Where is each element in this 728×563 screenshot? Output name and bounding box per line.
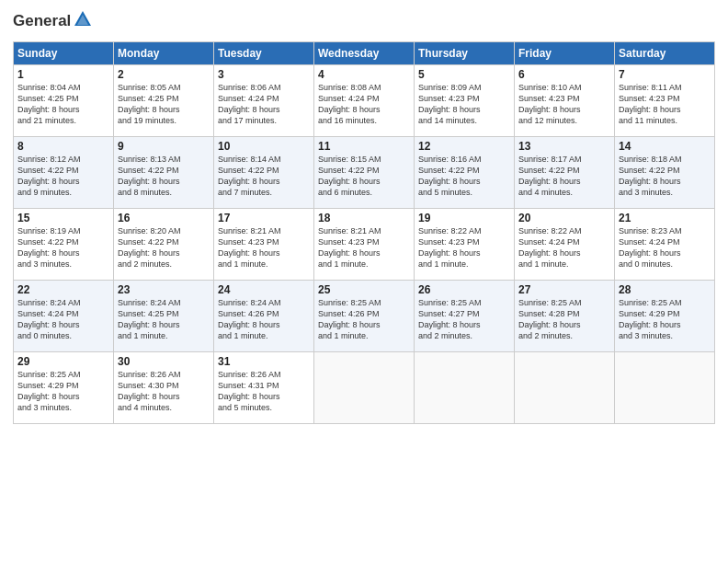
- calendar-cell: 20Sunrise: 8:22 AM Sunset: 4:24 PM Dayli…: [515, 208, 615, 280]
- calendar-cell: 26Sunrise: 8:25 AM Sunset: 4:27 PM Dayli…: [415, 280, 515, 351]
- day-info: Sunrise: 8:16 AM Sunset: 4:22 PM Dayligh…: [418, 154, 510, 199]
- calendar-cell: 14Sunrise: 8:18 AM Sunset: 4:22 PM Dayli…: [615, 136, 715, 208]
- calendar-cell: 17Sunrise: 8:21 AM Sunset: 4:23 PM Dayli…: [214, 208, 314, 280]
- weekday-header-saturday: Saturday: [615, 41, 715, 64]
- day-number: 18: [318, 212, 410, 224]
- day-info: Sunrise: 8:23 AM Sunset: 4:24 PM Dayligh…: [619, 225, 711, 270]
- day-number: 4: [318, 68, 410, 81]
- calendar-cell: 27Sunrise: 8:25 AM Sunset: 4:28 PM Dayli…: [515, 280, 615, 351]
- week-row-3: 15Sunrise: 8:19 AM Sunset: 4:22 PM Dayli…: [14, 208, 715, 280]
- calendar-cell: 13Sunrise: 8:17 AM Sunset: 4:22 PM Dayli…: [515, 136, 615, 208]
- calendar-cell: 3Sunrise: 8:06 AM Sunset: 4:24 PM Daylig…: [214, 64, 314, 136]
- calendar-cell: 28Sunrise: 8:25 AM Sunset: 4:29 PM Dayli…: [615, 280, 715, 351]
- week-row-2: 8Sunrise: 8:12 AM Sunset: 4:22 PM Daylig…: [14, 136, 715, 208]
- calendar-cell: 21Sunrise: 8:23 AM Sunset: 4:24 PM Dayli…: [615, 208, 715, 280]
- calendar-cell: 19Sunrise: 8:22 AM Sunset: 4:23 PM Dayli…: [415, 208, 515, 280]
- day-info: Sunrise: 8:22 AM Sunset: 4:23 PM Dayligh…: [418, 225, 510, 270]
- calendar-cell: 10Sunrise: 8:14 AM Sunset: 4:22 PM Dayli…: [214, 136, 314, 208]
- calendar-cell: 9Sunrise: 8:13 AM Sunset: 4:22 PM Daylig…: [114, 136, 214, 208]
- day-number: 24: [218, 283, 310, 296]
- day-number: 11: [318, 140, 410, 153]
- calendar-cell: 15Sunrise: 8:19 AM Sunset: 4:22 PM Dayli…: [14, 208, 114, 280]
- day-number: 6: [518, 68, 610, 81]
- day-info: Sunrise: 8:26 AM Sunset: 4:31 PM Dayligh…: [218, 369, 310, 414]
- week-row-4: 22Sunrise: 8:24 AM Sunset: 4:24 PM Dayli…: [14, 280, 715, 351]
- day-number: 1: [17, 68, 109, 81]
- day-info: Sunrise: 8:10 AM Sunset: 4:23 PM Dayligh…: [518, 82, 610, 127]
- weekday-header-sunday: Sunday: [14, 41, 114, 64]
- weekday-header-monday: Monday: [114, 41, 214, 64]
- calendar-cell: 30Sunrise: 8:26 AM Sunset: 4:30 PM Dayli…: [114, 351, 214, 423]
- calendar-cell: 2Sunrise: 8:05 AM Sunset: 4:25 PM Daylig…: [114, 64, 214, 136]
- day-number: 19: [418, 212, 510, 224]
- day-info: Sunrise: 8:26 AM Sunset: 4:30 PM Dayligh…: [118, 369, 210, 414]
- day-info: Sunrise: 8:25 AM Sunset: 4:26 PM Dayligh…: [318, 297, 410, 342]
- day-info: Sunrise: 8:11 AM Sunset: 4:23 PM Dayligh…: [619, 82, 711, 127]
- day-number: 29: [17, 355, 109, 368]
- week-row-5: 29Sunrise: 8:25 AM Sunset: 4:29 PM Dayli…: [14, 351, 715, 423]
- day-number: 14: [619, 140, 711, 153]
- calendar-cell: [415, 351, 515, 423]
- day-info: Sunrise: 8:09 AM Sunset: 4:23 PM Dayligh…: [418, 82, 510, 127]
- calendar-cell: [615, 351, 715, 423]
- day-number: 21: [619, 212, 711, 224]
- weekday-header-wednesday: Wednesday: [314, 41, 415, 64]
- calendar-cell: 29Sunrise: 8:25 AM Sunset: 4:29 PM Dayli…: [14, 351, 114, 423]
- calendar-cell: 11Sunrise: 8:15 AM Sunset: 4:22 PM Dayli…: [314, 136, 415, 208]
- calendar-cell: 24Sunrise: 8:24 AM Sunset: 4:26 PM Dayli…: [214, 280, 314, 351]
- day-info: Sunrise: 8:13 AM Sunset: 4:22 PM Dayligh…: [118, 154, 210, 199]
- day-number: 16: [118, 212, 210, 224]
- calendar-cell: 4Sunrise: 8:08 AM Sunset: 4:24 PM Daylig…: [314, 64, 415, 136]
- day-number: 20: [518, 212, 610, 224]
- day-info: Sunrise: 8:25 AM Sunset: 4:27 PM Dayligh…: [418, 297, 510, 342]
- week-row-1: 1Sunrise: 8:04 AM Sunset: 4:25 PM Daylig…: [14, 64, 715, 136]
- day-info: Sunrise: 8:22 AM Sunset: 4:24 PM Dayligh…: [518, 225, 610, 270]
- day-number: 25: [318, 283, 410, 296]
- day-info: Sunrise: 8:14 AM Sunset: 4:22 PM Dayligh…: [218, 154, 310, 199]
- header: General: [13, 9, 715, 34]
- day-number: 13: [518, 140, 610, 153]
- day-info: Sunrise: 8:25 AM Sunset: 4:28 PM Dayligh…: [518, 297, 610, 342]
- day-info: Sunrise: 8:21 AM Sunset: 4:23 PM Dayligh…: [318, 225, 410, 270]
- day-number: 23: [118, 283, 210, 296]
- day-number: 17: [218, 212, 310, 224]
- day-info: Sunrise: 8:25 AM Sunset: 4:29 PM Dayligh…: [619, 297, 711, 342]
- day-info: Sunrise: 8:17 AM Sunset: 4:22 PM Dayligh…: [518, 154, 610, 199]
- logo-icon: [73, 9, 93, 29]
- day-info: Sunrise: 8:12 AM Sunset: 4:22 PM Dayligh…: [17, 154, 109, 199]
- day-number: 8: [17, 140, 109, 153]
- logo: General: [13, 9, 93, 34]
- day-number: 27: [518, 283, 610, 296]
- day-number: 31: [218, 355, 310, 368]
- day-number: 7: [619, 68, 711, 81]
- calendar-cell: 7Sunrise: 8:11 AM Sunset: 4:23 PM Daylig…: [615, 64, 715, 136]
- day-number: 10: [218, 140, 310, 153]
- day-info: Sunrise: 8:04 AM Sunset: 4:25 PM Dayligh…: [17, 82, 109, 127]
- day-info: Sunrise: 8:24 AM Sunset: 4:25 PM Dayligh…: [118, 297, 210, 342]
- day-number: 12: [418, 140, 510, 153]
- calendar-cell: 23Sunrise: 8:24 AM Sunset: 4:25 PM Dayli…: [114, 280, 214, 351]
- day-number: 5: [418, 68, 510, 81]
- calendar-cell: 1Sunrise: 8:04 AM Sunset: 4:25 PM Daylig…: [14, 64, 114, 136]
- calendar-cell: 22Sunrise: 8:24 AM Sunset: 4:24 PM Dayli…: [14, 280, 114, 351]
- logo-general: General: [13, 9, 93, 34]
- calendar-cell: 16Sunrise: 8:20 AM Sunset: 4:22 PM Dayli…: [114, 208, 214, 280]
- day-number: 2: [118, 68, 210, 81]
- day-number: 28: [619, 283, 711, 296]
- day-info: Sunrise: 8:21 AM Sunset: 4:23 PM Dayligh…: [218, 225, 310, 270]
- calendar-cell: 18Sunrise: 8:21 AM Sunset: 4:23 PM Dayli…: [314, 208, 415, 280]
- day-info: Sunrise: 8:15 AM Sunset: 4:22 PM Dayligh…: [318, 154, 410, 199]
- calendar-cell: 5Sunrise: 8:09 AM Sunset: 4:23 PM Daylig…: [415, 64, 515, 136]
- day-number: 26: [418, 283, 510, 296]
- calendar-cell: 12Sunrise: 8:16 AM Sunset: 4:22 PM Dayli…: [415, 136, 515, 208]
- calendar-cell: 6Sunrise: 8:10 AM Sunset: 4:23 PM Daylig…: [515, 64, 615, 136]
- day-info: Sunrise: 8:08 AM Sunset: 4:24 PM Dayligh…: [318, 82, 410, 127]
- day-number: 22: [17, 283, 109, 296]
- day-info: Sunrise: 8:20 AM Sunset: 4:22 PM Dayligh…: [118, 225, 210, 270]
- page-container: General SundayMondayTuesdayWednesdayThur…: [0, 0, 728, 433]
- weekday-header-tuesday: Tuesday: [214, 41, 314, 64]
- calendar-cell: 8Sunrise: 8:12 AM Sunset: 4:22 PM Daylig…: [14, 136, 114, 208]
- day-info: Sunrise: 8:05 AM Sunset: 4:25 PM Dayligh…: [118, 82, 210, 127]
- weekday-header-friday: Friday: [515, 41, 615, 64]
- weekday-header-row: SundayMondayTuesdayWednesdayThursdayFrid…: [14, 41, 715, 64]
